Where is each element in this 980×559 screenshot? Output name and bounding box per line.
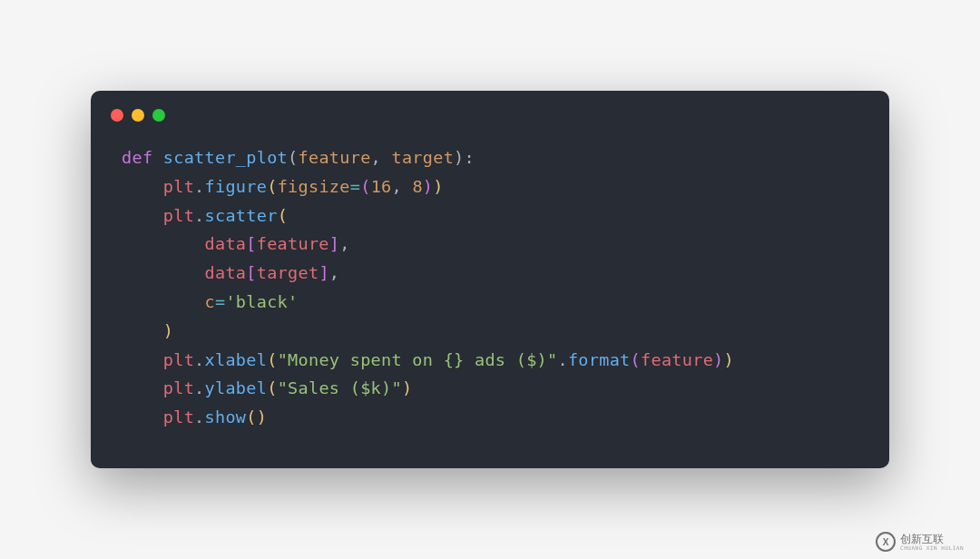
obj-plt: plt — [163, 177, 194, 196]
obj-data: data — [205, 234, 247, 253]
key-feature: feature — [257, 234, 329, 253]
func-name: scatter_plot — [163, 148, 288, 167]
code-editor-window: def scatter_plot(feature, target): plt.f… — [91, 91, 889, 468]
str-black: 'black' — [225, 292, 298, 311]
key-target: target — [257, 263, 319, 282]
close-icon[interactable] — [111, 109, 123, 122]
arg-feature: feature — [641, 350, 713, 369]
method-ylabel: ylabel — [205, 378, 268, 397]
kwarg-c: c — [205, 292, 215, 311]
method-format: format — [568, 350, 631, 369]
obj-plt: plt — [163, 378, 194, 397]
watermark: X 创新互联 CHUANG XIN HULIAN — [876, 532, 964, 552]
obj-data: data — [205, 263, 247, 282]
obj-plt: plt — [163, 350, 194, 369]
param-target: target — [391, 148, 454, 167]
code-block: def scatter_plot(feature, target): plt.f… — [91, 131, 889, 432]
method-show: show — [205, 407, 247, 427]
watermark-logo-icon: X — [876, 532, 896, 552]
watermark-subtext: CHUANG XIN HULIAN — [900, 544, 964, 551]
window-titlebar — [91, 91, 889, 131]
num-16: 16 — [371, 177, 392, 196]
obj-plt: plt — [163, 407, 194, 427]
str-xlabel: "Money spent on {} ads ($)" — [278, 350, 558, 369]
param-feature: feature — [299, 148, 371, 167]
watermark-text: 创新互联 — [900, 534, 964, 544]
num-8: 8 — [412, 177, 422, 196]
method-scatter: scatter — [205, 206, 278, 225]
minimize-icon[interactable] — [132, 109, 144, 122]
obj-plt: plt — [163, 206, 194, 225]
maximize-icon[interactable] — [152, 109, 165, 122]
keyword-def: def — [122, 148, 152, 167]
method-xlabel: xlabel — [205, 350, 268, 369]
kwarg-figsize: figsize — [278, 177, 350, 196]
method-figure: figure — [205, 177, 268, 196]
str-ylabel: "Sales ($k)" — [278, 378, 402, 397]
